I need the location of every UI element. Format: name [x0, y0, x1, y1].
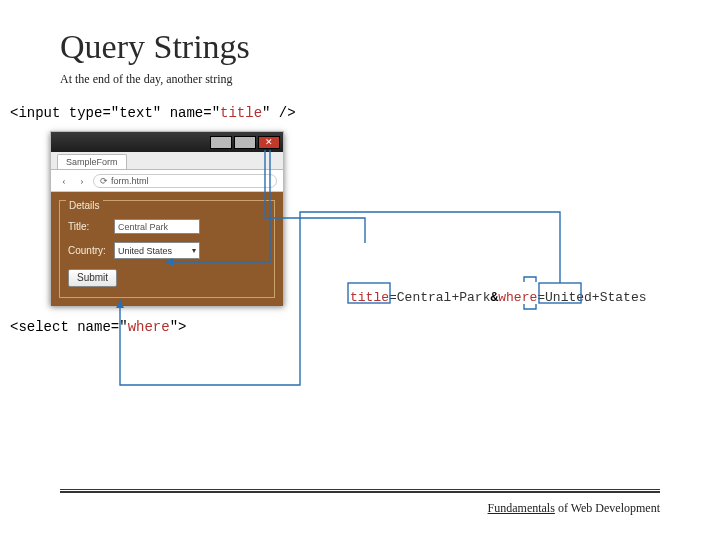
- query-string-display: title=Central+Park&where=United+States: [350, 290, 646, 305]
- window-close-button[interactable]: ✕: [258, 136, 280, 149]
- country-label: Country:: [68, 245, 110, 256]
- chevron-down-icon: ▾: [192, 246, 196, 255]
- code-attr-where: where: [128, 319, 170, 335]
- page-subtitle: At the end of the day, another string: [60, 72, 660, 87]
- chevron-left-icon: ‹: [62, 175, 65, 186]
- code-select-tag: <select name="where">: [10, 319, 660, 335]
- qs-key-title: title: [350, 290, 389, 305]
- code-text: <input type="text" name=": [10, 105, 220, 121]
- code-attr-title: title: [220, 105, 262, 121]
- footer-rule: [60, 489, 660, 492]
- back-button[interactable]: ‹: [57, 174, 71, 188]
- details-fieldset: Details Title: Central Park Country: Uni…: [59, 200, 275, 298]
- submit-button[interactable]: Submit: [68, 269, 117, 287]
- page-content: Details Title: Central Park Country: Uni…: [51, 192, 283, 306]
- qs-val-title: =Central+Park: [389, 290, 490, 305]
- browser-tabrow: SampleForm: [51, 152, 283, 170]
- browser-toolbar: ‹ › ⟳ form.html: [51, 170, 283, 192]
- title-input[interactable]: Central Park: [114, 219, 200, 234]
- title-label: Title:: [68, 221, 110, 232]
- country-select[interactable]: United States ▾: [114, 242, 200, 259]
- chevron-right-icon: ›: [80, 175, 83, 186]
- code-text: <select name=": [10, 319, 128, 335]
- address-bar[interactable]: ⟳ form.html: [93, 174, 277, 188]
- fieldset-legend: Details: [66, 200, 103, 211]
- tab-label: SampleForm: [66, 157, 118, 167]
- browser-window: ✕ SampleForm ‹ › ⟳ form.html Details Tit…: [50, 131, 284, 305]
- country-row: Country: United States ▾: [68, 242, 266, 259]
- url-text: form.html: [111, 176, 149, 186]
- code-input-tag: <input type="text" name="title" />: [10, 105, 660, 121]
- country-select-value: United States: [118, 246, 172, 256]
- qs-val-where: =United+States: [537, 290, 646, 305]
- footer-underlined: Fundamentals: [488, 501, 555, 515]
- page-title: Query Strings: [60, 28, 660, 66]
- code-text: ">: [170, 319, 187, 335]
- close-icon: ✕: [265, 138, 273, 147]
- code-text: " />: [262, 105, 296, 121]
- submit-label: Submit: [77, 272, 108, 283]
- qs-key-where: where: [498, 290, 537, 305]
- browser-mockup: ✕ SampleForm ‹ › ⟳ form.html Details Tit…: [50, 131, 284, 305]
- window-titlebar: ✕: [51, 132, 283, 152]
- window-maximize-button[interactable]: [234, 136, 256, 149]
- browser-tab[interactable]: SampleForm: [57, 154, 127, 169]
- slide: Query Strings At the end of the day, ano…: [0, 0, 720, 540]
- footer-text: Fundamentals of Web Development: [488, 501, 660, 516]
- window-minimize-button[interactable]: [210, 136, 232, 149]
- title-input-value: Central Park: [118, 222, 168, 232]
- forward-button[interactable]: ›: [75, 174, 89, 188]
- footer-rest: of Web Development: [555, 501, 660, 515]
- title-row: Title: Central Park: [68, 219, 266, 234]
- reload-icon: ⟳: [100, 176, 108, 186]
